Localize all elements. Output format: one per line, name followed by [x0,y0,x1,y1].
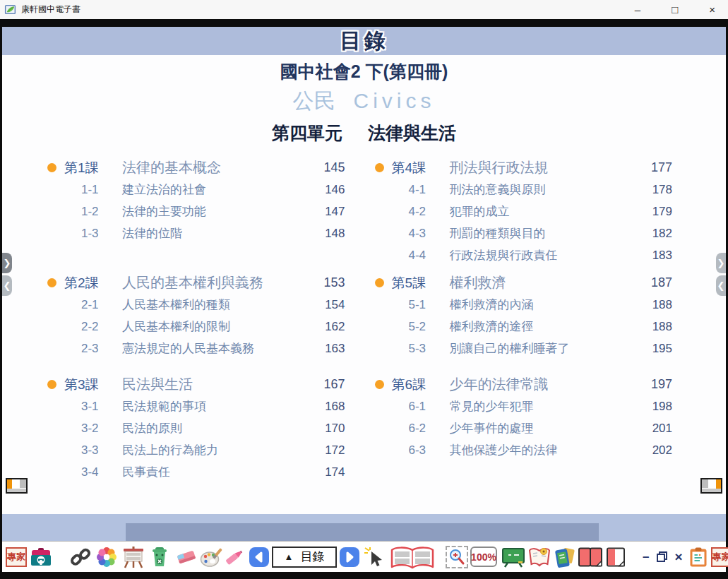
section-row[interactable]: 5-1權利救濟的內涵188 [374,294,673,316]
lesson-label: 第6課 [392,376,450,394]
toolbar-restore-button[interactable] [656,551,668,563]
section-row[interactable]: 2-2人民基本權利的限制162 [46,316,345,338]
page-corner-right-button[interactable] [700,478,722,494]
lesson-page-number: 197 [631,377,672,392]
section-page-number: 172 [304,443,345,458]
section-row[interactable]: 3-4民事責任174 [46,461,345,483]
tablet-button[interactable] [553,546,575,568]
section-row[interactable]: 3-1民法規範的事項168 [46,395,345,417]
toolbar-minimize-button[interactable]: – [643,550,649,564]
section-row[interactable]: 5-3別讓自己的權利睡著了195 [374,338,673,359]
pointer-tool-button[interactable] [364,547,385,568]
lesson-bullet-icon [375,278,384,287]
zoom-level-badge[interactable]: 100% [470,547,497,567]
whiteboard-button[interactable] [122,546,145,568]
workbook-button[interactable] [527,547,551,568]
section-row[interactable]: 2-1人民基本權利的種類154 [46,294,345,316]
one-page-view-icon [606,547,626,568]
lesson-row[interactable]: 第2課人民的基本權利與義務153 [46,272,345,294]
open-book-view-button[interactable] [389,544,436,571]
section-title: 憲法規定的人民基本義務 [122,340,304,357]
lesson-row[interactable]: 第5課權利救濟187 [374,272,673,294]
two-page-view-button[interactable] [578,547,603,568]
section-row[interactable]: 4-3刑罰的種類與目的182 [374,222,673,244]
lesson-row[interactable]: 第4課刑法與行政法規177 [374,157,673,179]
workbook-icon [527,547,551,568]
zoom-tool-button[interactable] [446,546,468,568]
nav-forward-icon[interactable]: ❯ [716,253,726,273]
section-number: 1-1 [64,183,122,197]
section-number: 6-3 [392,443,450,458]
lesson-row[interactable]: 第1課法律的基本概念145 [46,157,345,179]
unit-label: 第四單元 [272,119,342,147]
eraser-button[interactable] [176,547,197,568]
eraser-icon [176,547,197,568]
unit-title: 第四單元 法律與生活 [2,119,726,147]
section-number: 4-3 [392,227,450,241]
clipboard-icon [688,547,708,568]
section-page-number: 195 [631,342,672,356]
section-row[interactable]: 1-2法律的主要功能147 [46,201,345,222]
section-number: 3-3 [64,443,122,458]
delete-button[interactable] [149,547,170,568]
expert-mode-button[interactable]: 專家 [6,547,27,567]
expert-badge-button[interactable]: 專家 [711,547,728,567]
section-row[interactable]: 4-2犯罪的成立179 [374,201,673,222]
section-row[interactable]: 1-1建立法治的社會146 [46,179,345,201]
color-tools-button[interactable] [96,547,117,568]
page-header-band: 目錄 [2,27,726,55]
section-row[interactable]: 4-4行政法規與行政責任183 [374,244,673,266]
paint-button[interactable] [200,546,222,568]
expert-badge-icon: 專家 [711,547,728,567]
section-row[interactable]: 5-2權利救濟的途徑188 [374,316,673,338]
nav-forward-icon[interactable]: ❯ [2,253,12,273]
section-number: 4-4 [392,249,450,263]
section-title: 行政法規與行政責任 [450,247,632,263]
lesson-label: 第3課 [64,376,122,394]
right-page-nav: ❯ ❮ [716,253,726,296]
highlighter-button[interactable] [225,547,244,567]
section-row[interactable]: 6-3其他保護少年的法律202 [374,439,673,461]
page-selector[interactable]: ▲ 目錄 [272,547,337,568]
section-number: 3-2 [64,422,122,436]
section-row[interactable]: 1-3法律的位階148 [46,222,345,244]
one-page-view-button[interactable] [606,547,626,568]
section-row[interactable]: 2-3憲法規定的人民基本義務163 [46,338,345,359]
scrollbar-thumb[interactable] [126,523,599,541]
section-title: 人民基本權利的種類 [122,297,304,313]
palette-icon [200,546,222,568]
section-row[interactable]: 3-3民法上的行為能力172 [46,439,345,461]
lesson-page-number: 153 [304,275,345,290]
window-close-button[interactable]: × [709,0,715,19]
section-row[interactable]: 6-1常見的少年犯罪198 [374,395,673,417]
next-page-button[interactable] [340,547,359,567]
window-maximize-button[interactable]: □ [672,0,678,19]
prev-page-button[interactable] [249,547,269,567]
section-row[interactable]: 3-2民法的原則170 [46,417,345,439]
section-number: 6-1 [392,400,450,414]
toolbar-close-button[interactable]: × [674,549,682,565]
tablet-icon [553,546,575,568]
nav-back-icon[interactable]: ❮ [2,275,12,296]
lesson-row[interactable]: 第3課民法與生活167 [46,374,345,395]
notes-clipboard-button[interactable] [688,547,708,568]
toolbox-button[interactable] [30,547,52,568]
link-button[interactable] [71,547,90,567]
section-title: 權利救濟的途徑 [450,318,632,335]
section-page-number: 154 [304,298,345,312]
section-page-number: 188 [631,320,672,334]
lesson-title: 少年的法律常識 [450,375,632,394]
bottom-scroll-track[interactable] [2,514,726,541]
lesson-bullet-icon [375,380,384,389]
window-minimize-button[interactable]: – [635,0,640,19]
chalkboard-button[interactable] [501,547,525,568]
lesson-row[interactable]: 第6課少年的法律常識197 [374,374,673,395]
bottom-toolbar: 專家 [2,541,726,572]
section-row[interactable]: 6-2少年事件的處理201 [374,417,673,439]
lesson-bullet-icon [375,163,384,172]
page-corner-left-button[interactable] [6,478,28,494]
left-page-nav: ❯ ❮ [2,253,12,296]
nav-back-icon[interactable]: ❮ [716,275,726,296]
section-page-number: 148 [304,227,345,241]
section-row[interactable]: 4-1刑法的意義與原則178 [374,179,673,201]
